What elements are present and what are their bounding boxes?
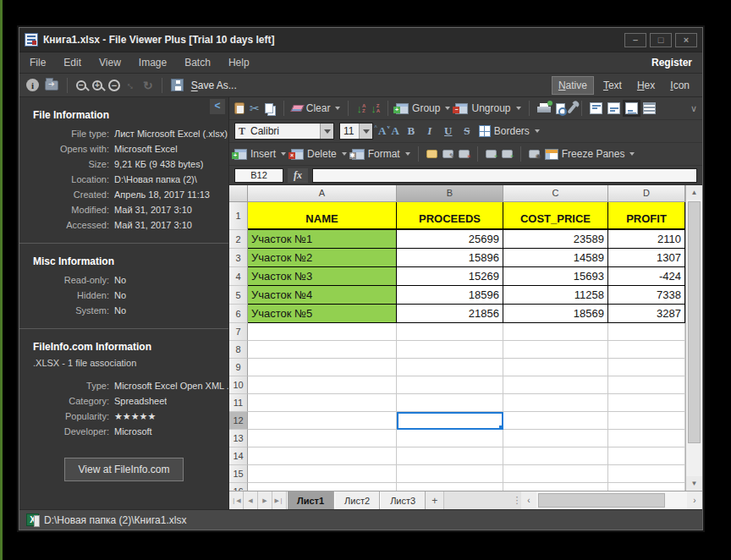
view-mode-tab[interactable]: Hex bbox=[631, 77, 661, 94]
cell-D2[interactable]: 2110 bbox=[608, 230, 685, 249]
row-header-4[interactable]: 4 bbox=[229, 267, 248, 286]
menu-item[interactable]: File bbox=[30, 57, 46, 69]
row-header-13[interactable]: 13 bbox=[229, 430, 248, 447]
cell-A9[interactable] bbox=[248, 359, 397, 376]
previous-sheet-icon[interactable]: ◀ bbox=[244, 491, 258, 509]
cell-A6[interactable]: Участок №5 bbox=[248, 305, 397, 323]
save-as-button[interactable]: Save As... bbox=[191, 80, 237, 91]
cell-A10[interactable] bbox=[248, 376, 397, 394]
row-header-15[interactable]: 15 bbox=[229, 465, 248, 483]
delete-comment-icon[interactable]: × bbox=[459, 150, 470, 158]
cell-C3[interactable]: 14589 bbox=[503, 249, 608, 267]
bold-icon[interactable]: B bbox=[404, 124, 418, 138]
paste-icon[interactable] bbox=[234, 102, 245, 114]
font-size-dropdown-button[interactable] bbox=[359, 124, 372, 139]
cell-A15[interactable] bbox=[248, 465, 397, 483]
view-mode-tab[interactable]: Text bbox=[597, 77, 628, 94]
underline-icon[interactable]: U bbox=[442, 124, 455, 138]
cell-B15[interactable] bbox=[397, 465, 503, 483]
cell-C12[interactable] bbox=[503, 412, 608, 430]
sheet-tab[interactable]: Лист2 bbox=[334, 491, 380, 509]
close-button[interactable]: × bbox=[675, 33, 697, 47]
column-header-C[interactable]: C bbox=[503, 185, 608, 202]
cell-B10[interactable] bbox=[397, 376, 503, 394]
copy-icon[interactable] bbox=[265, 103, 273, 113]
insert-button[interactable]: + Insert bbox=[234, 148, 286, 160]
row-header-12[interactable]: 12 bbox=[229, 412, 248, 430]
column-header-B[interactable]: B bbox=[397, 185, 503, 202]
row-header-14[interactable]: 14 bbox=[229, 447, 248, 465]
select-all-corner[interactable] bbox=[229, 185, 248, 202]
file-info-icon[interactable]: i bbox=[26, 79, 39, 91]
maximize-button[interactable]: □ bbox=[650, 33, 672, 47]
clear-button[interactable]: Clear bbox=[292, 102, 341, 114]
cell-A3[interactable]: Участок №2 bbox=[248, 249, 397, 267]
grow-font-icon[interactable]: ^A bbox=[378, 124, 386, 138]
cell-D15[interactable] bbox=[608, 465, 685, 483]
align-top-icon[interactable] bbox=[590, 102, 602, 114]
zoom-in-icon[interactable]: + bbox=[92, 80, 102, 91]
cell-C4[interactable]: 15693 bbox=[503, 267, 608, 286]
row-header-10[interactable]: 10 bbox=[229, 376, 248, 394]
borders-button[interactable]: Borders bbox=[479, 125, 540, 137]
italic-icon[interactable]: I bbox=[423, 124, 437, 138]
cell-B3[interactable]: 15896 bbox=[397, 249, 503, 267]
formula-input[interactable] bbox=[312, 168, 697, 183]
horizontal-scroll-track[interactable] bbox=[536, 491, 687, 509]
sort-descending-icon[interactable]: ↓ZA bbox=[371, 102, 380, 115]
cell-A2[interactable]: Участок №1 bbox=[248, 230, 397, 249]
align-middle-icon[interactable] bbox=[607, 102, 620, 114]
cell-D13[interactable] bbox=[608, 430, 685, 447]
actual-size-icon[interactable]: − bbox=[108, 80, 120, 91]
menu-item[interactable]: Batch bbox=[184, 57, 211, 69]
view-at-fileinfo-button[interactable]: View at FileInfo.com bbox=[64, 458, 184, 481]
print-preview-icon[interactable] bbox=[556, 103, 565, 114]
register-menu-item[interactable]: Register bbox=[651, 57, 692, 69]
cell-D6[interactable]: 3287 bbox=[608, 305, 685, 323]
cell-B5[interactable]: 18596 bbox=[397, 286, 503, 305]
add-sheet-button[interactable]: + bbox=[426, 491, 444, 509]
row-header-3[interactable]: 3 bbox=[229, 249, 248, 267]
font-size-combo[interactable]: 11 bbox=[339, 123, 373, 140]
cell-B8[interactable] bbox=[397, 341, 503, 359]
format-button[interactable]: ✱ Format bbox=[352, 148, 410, 160]
vertical-scrollbar[interactable]: ▲ ▼ bbox=[685, 185, 702, 491]
cell-A14[interactable] bbox=[248, 447, 397, 465]
open-file-icon[interactable] bbox=[45, 80, 58, 91]
cell-A11[interactable] bbox=[248, 394, 397, 412]
cell-C10[interactable] bbox=[503, 376, 608, 394]
row-header-5[interactable]: 5 bbox=[229, 286, 248, 305]
fill-handle[interactable] bbox=[498, 425, 503, 429]
cell-B7[interactable] bbox=[397, 323, 503, 341]
align-bottom-icon[interactable] bbox=[625, 102, 638, 114]
cut-icon[interactable]: ✂ bbox=[250, 102, 260, 115]
cell-A7[interactable] bbox=[248, 323, 397, 341]
scroll-down-icon[interactable]: ▼ bbox=[686, 476, 702, 491]
ungroup-button[interactable]: − Ungroup bbox=[455, 102, 520, 114]
cell-B16[interactable] bbox=[397, 483, 503, 491]
toolbar-overflow-chevron-icon[interactable]: ∨ bbox=[690, 103, 697, 114]
wrap-text-icon[interactable] bbox=[643, 102, 656, 114]
font-dropdown-button[interactable] bbox=[320, 124, 333, 139]
cell-A1[interactable]: NAME bbox=[248, 202, 397, 230]
row-header-1[interactable]: 1 bbox=[229, 202, 248, 230]
horizontal-scroll-thumb[interactable] bbox=[538, 493, 665, 508]
cell-D16[interactable] bbox=[608, 483, 685, 491]
show-comment-icon[interactable]: ◉ bbox=[529, 150, 540, 158]
sort-ascending-icon[interactable]: ↓AZ bbox=[356, 102, 366, 115]
cell-B11[interactable] bbox=[397, 394, 503, 412]
column-header-D[interactable]: D bbox=[608, 185, 685, 202]
row-header-2[interactable]: 2 bbox=[229, 230, 248, 249]
cell-C11[interactable] bbox=[503, 394, 608, 412]
cell-B9[interactable] bbox=[397, 359, 503, 376]
group-button[interactable]: + Group bbox=[396, 102, 450, 114]
cell-A5[interactable]: Участок №4 bbox=[248, 286, 397, 305]
row-header-7[interactable]: 7 bbox=[229, 323, 248, 341]
cell-C7[interactable] bbox=[503, 323, 608, 341]
row-header-9[interactable]: 9 bbox=[229, 359, 248, 376]
new-comment-icon[interactable] bbox=[426, 150, 437, 158]
cell-B2[interactable]: 25699 bbox=[397, 230, 503, 249]
font-name-combo[interactable]: T Calibri bbox=[234, 123, 334, 140]
sidebar-collapse-button[interactable]: < bbox=[210, 99, 225, 114]
freeze-panes-button[interactable]: Freeze Panes bbox=[545, 148, 635, 160]
